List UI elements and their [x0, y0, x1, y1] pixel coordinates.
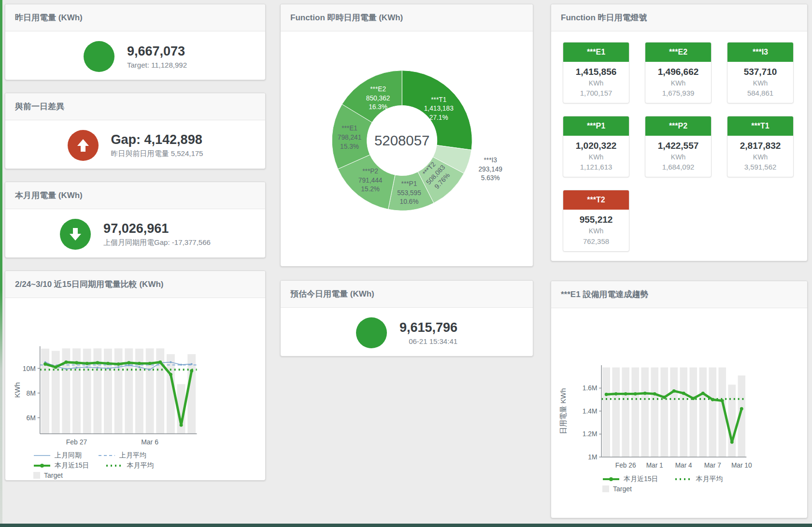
target-bar[interactable] [699, 368, 707, 457]
page-left-edge [0, 0, 2, 527]
light-tile-target: 1,675,939 [646, 88, 710, 98]
series-point[interactable] [730, 441, 734, 444]
panel-realtime-donut: Function 即時日用電量 (KWh) ***T11,413,18327.1… [280, 4, 533, 267]
target-bar[interactable] [689, 368, 697, 457]
target-bar[interactable] [651, 368, 658, 457]
target-bar[interactable] [670, 368, 678, 457]
target-bar[interactable] [83, 349, 91, 434]
series-point[interactable] [127, 361, 130, 365]
series-point[interactable] [672, 389, 676, 393]
target-bar[interactable] [728, 385, 736, 457]
legend-item[interactable]: 上月平均 [98, 451, 146, 460]
legend-item[interactable]: 本月平均 [675, 475, 723, 484]
series-point[interactable] [64, 360, 68, 364]
series-point[interactable] [149, 369, 151, 370]
series-point[interactable] [97, 367, 99, 369]
panel-compare-15days: 2/24~3/10 近15日同期用電量比較 (KWh) 6M8M10MFeb 2… [5, 271, 266, 481]
light-tile: ***P11,020,322KWh1,121,613 [563, 116, 629, 177]
series-point[interactable] [138, 366, 140, 368]
target-bar[interactable] [146, 348, 154, 434]
target-bar[interactable] [631, 368, 639, 457]
series-point[interactable] [138, 362, 141, 365]
series-point[interactable] [191, 363, 193, 365]
target-bar[interactable] [52, 351, 60, 434]
series-point[interactable] [169, 373, 172, 376]
x-tick-label: Mar 6 [141, 438, 158, 446]
x-tick-label: Mar 7 [704, 462, 721, 469]
series-point[interactable] [117, 366, 119, 368]
series-point[interactable] [692, 397, 695, 400]
kpi-subtitle: 上個月同期用電Gap: -17,377,566 [103, 238, 211, 247]
series-point[interactable] [158, 360, 162, 364]
target-bar[interactable] [680, 368, 687, 457]
series-point[interactable] [634, 392, 637, 396]
series-point[interactable] [107, 368, 109, 370]
light-tile-label: ***T1 [727, 116, 793, 136]
target-bar[interactable] [622, 368, 629, 457]
legend-item[interactable]: Target [602, 485, 632, 493]
e1-trend-chart[interactable]: 1M1.2M1.4M1.6MFeb 26Mar 1Mar 4Mar 7Mar 1… [556, 313, 802, 474]
series-point[interactable] [85, 362, 89, 365]
target-bar[interactable] [660, 368, 668, 457]
legend-item[interactable]: 本月平均 [106, 461, 154, 470]
series-point[interactable] [624, 392, 627, 396]
left-column: 昨日用電量 (KWh) 9,667,073 Target: 11,128,992… [5, 4, 266, 481]
target-bar[interactable] [135, 349, 143, 434]
series-point[interactable] [86, 366, 88, 368]
compare-15days-chart[interactable]: 6M8M10MFeb 27Mar 6KWh [10, 300, 260, 450]
kpi-subtitle: 昨日與前日用電量 5,524,175 [111, 149, 203, 158]
kpi-value: 97,026,961 [103, 221, 211, 236]
series-point[interactable] [643, 392, 647, 395]
series-point[interactable] [605, 393, 608, 396]
target-bar[interactable] [114, 348, 123, 434]
light-tile-label: ***T2 [563, 190, 629, 210]
series-point[interactable] [106, 362, 110, 365]
legend-item[interactable]: 本月近15日 [33, 461, 89, 470]
light-tile-target: 3,591,562 [728, 162, 792, 172]
legend-label: 上月平均 [119, 451, 146, 460]
series-point[interactable] [740, 407, 743, 411]
legend-item[interactable]: Target [33, 471, 63, 479]
series-point[interactable] [180, 364, 182, 366]
series-point[interactable] [96, 361, 99, 365]
light-tile-target: 1,684,092 [646, 162, 710, 172]
light-tile-unit: KWh [646, 79, 710, 88]
series-point[interactable] [43, 362, 47, 366]
target-bar[interactable] [612, 368, 620, 457]
series-point[interactable] [614, 392, 618, 396]
y-axis-label: 日用電量 KWh [559, 388, 567, 434]
series-point[interactable] [190, 369, 193, 372]
series-point[interactable] [663, 396, 666, 399]
panel-title: 與前一日差異 [5, 93, 265, 120]
target-bar[interactable] [104, 349, 112, 434]
panel-title: 本月用電量 (KWh) [5, 182, 265, 209]
series-point[interactable] [65, 368, 67, 370]
light-tile: ***E11,415,856KWh1,700,157 [563, 42, 629, 103]
x-tick-label: Feb 27 [66, 438, 87, 446]
light-tile-label: ***P2 [645, 116, 711, 136]
realtime-usage-donut-chart[interactable]: ***T11,413,18327.1%***I3293,1495.63%***T… [284, 41, 530, 245]
series-point[interactable] [180, 424, 183, 427]
target-bar[interactable] [187, 354, 196, 434]
kpi-subtitle: Target: 11,128,992 [127, 61, 187, 69]
target-bar[interactable] [602, 368, 610, 457]
series-point[interactable] [701, 392, 705, 395]
legend-item[interactable]: 本月近15日 [602, 475, 658, 484]
light-tile-target: 1,121,613 [564, 162, 628, 172]
series-point[interactable] [148, 362, 152, 365]
target-bar[interactable] [641, 368, 649, 457]
legend-line-swatch [33, 453, 51, 458]
target-bar[interactable] [709, 368, 716, 457]
series-point[interactable] [711, 398, 714, 401]
series-point[interactable] [128, 364, 130, 366]
legend-item[interactable]: 上月同期 [33, 451, 82, 460]
series-point[interactable] [76, 367, 78, 369]
panel-title: ***E1 設備用電達成趨勢 [551, 281, 807, 308]
series-point[interactable] [170, 361, 171, 363]
series-point[interactable] [653, 392, 656, 396]
series-point[interactable] [75, 361, 78, 365]
series-point[interactable] [721, 399, 724, 402]
series-point[interactable] [682, 392, 685, 395]
series-point[interactable] [117, 362, 120, 366]
series-point[interactable] [54, 366, 57, 369]
